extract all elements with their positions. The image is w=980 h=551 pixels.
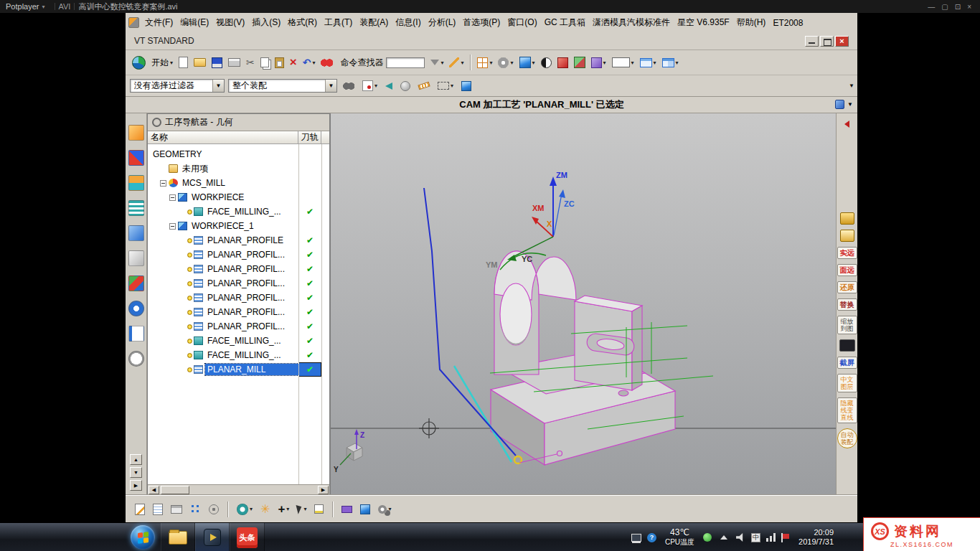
- scrollbar-thumb[interactable]: [161, 486, 189, 494]
- window-icon-button[interactable]: ▾: [638, 57, 659, 69]
- display-style-box-button[interactable]: ▾: [610, 56, 636, 69]
- nx-minimize-button[interactable]: [805, 36, 819, 47]
- macro-face-button[interactable]: 面远: [837, 264, 857, 276]
- menu-item[interactable]: 窗口(O): [504, 17, 540, 29]
- menu-item[interactable]: 分析(L): [425, 17, 460, 29]
- macro-replace-button[interactable]: 替换: [837, 298, 857, 311]
- tree-expander-icon[interactable]: [169, 223, 176, 230]
- assembly-navigator-tab[interactable]: [128, 125, 144, 141]
- scroll-right-icon[interactable]: ▶: [318, 486, 329, 494]
- back-arrow-icon-button[interactable]: [383, 81, 395, 91]
- macro-gold-icon[interactable]: [840, 212, 854, 225]
- macro-cn-layer-button[interactable]: 中文图层: [837, 374, 857, 392]
- scroll-left-icon[interactable]: ◀: [149, 486, 159, 494]
- chevron-down-icon[interactable]: ▾: [250, 506, 253, 512]
- chevron-down-icon[interactable]: ▾: [676, 60, 679, 66]
- taskbar-explorer-button[interactable]: [161, 523, 195, 551]
- modeling-tools-icon-button[interactable]: ▾: [496, 56, 515, 70]
- minimize-icon[interactable]: —: [928, 3, 935, 11]
- scroll-down-icon[interactable]: ▼: [130, 467, 142, 478]
- command-finder-field-button[interactable]: 命令查找器: [336, 55, 427, 70]
- find-binocular-icon-button[interactable]: [341, 81, 357, 91]
- snap-point-icon-button[interactable]: ▾: [360, 79, 380, 93]
- menu-item[interactable]: 文件(F): [141, 17, 176, 29]
- tree-row-FACE_MILLING_...[interactable]: FACE_MILLING_...✔: [148, 204, 329, 219]
- lasso-select-icon-button[interactable]: ▾: [435, 80, 456, 91]
- tree-row-PLANAR_PROFIL...[interactable]: PLANAR_PROFIL...✔: [148, 319, 329, 334]
- taskbar-clock[interactable]: 20:09 2019/7/31: [798, 528, 834, 547]
- ime-indicator-icon[interactable]: 中: [751, 533, 760, 542]
- assembly-purple-icon-button[interactable]: ▾: [589, 56, 608, 70]
- menu-item[interactable]: 视图(V): [212, 17, 248, 29]
- tree-row-FACE_MILLING_...[interactable]: FACE_MILLING_...✔: [148, 334, 329, 348]
- print-icon-button[interactable]: [226, 57, 242, 68]
- note-icon-button[interactable]: [312, 503, 326, 515]
- chevron-down-icon[interactable]: ▾: [510, 60, 513, 66]
- assembly-green-icon-button[interactable]: [572, 55, 588, 70]
- part-navigator-tab[interactable]: [128, 175, 144, 191]
- chevron-down-icon[interactable]: ▾: [532, 60, 535, 66]
- nx-restore-button[interactable]: [820, 36, 834, 47]
- start-menu-button-button[interactable]: 开始▾: [149, 55, 175, 70]
- macro-screenshot-button[interactable]: 截屏: [837, 357, 857, 369]
- menu-item[interactable]: 装配(A): [356, 17, 392, 29]
- menu-item[interactable]: 信息(I): [392, 17, 424, 29]
- start-button[interactable]: [131, 525, 155, 550]
- hd3d-tool-tab[interactable]: [128, 225, 144, 241]
- paste-icon-button[interactable]: [273, 56, 286, 70]
- action-center-flag-icon[interactable]: [781, 533, 790, 542]
- display-edit-icon-button[interactable]: [151, 502, 165, 517]
- system-info-tab[interactable]: [128, 301, 144, 316]
- undo-icon-button[interactable]: ▾: [301, 55, 318, 70]
- selection-sphere-icon-button[interactable]: [207, 503, 221, 516]
- tree-row-PLANAR_PROFIL...[interactable]: PLANAR_PROFIL...✔: [148, 248, 329, 262]
- tree-row-WORKPIECE[interactable]: WORKPIECE: [148, 190, 329, 204]
- point-plus-icon-button[interactable]: ▾: [275, 502, 291, 517]
- new-file-icon-button[interactable]: [176, 55, 190, 70]
- chevron-down-icon[interactable]: ▾: [388, 506, 391, 512]
- chevron-down-icon[interactable]: ▾: [440, 60, 443, 66]
- tree-row-PLANAR_PROFIL...[interactable]: PLANAR_PROFIL...✔: [148, 291, 329, 305]
- tree-row-WORKPIECE_1[interactable]: WORKPIECE_1: [148, 219, 329, 233]
- help-tray-icon[interactable]: ?: [647, 533, 656, 542]
- macro-auto-assembly-button[interactable]: 自动装配: [837, 428, 857, 448]
- tree-row-未用项[interactable]: 未用项: [148, 161, 329, 176]
- tree-expander-icon[interactable]: [160, 180, 166, 187]
- tree-row-FACE_MILLING_...[interactable]: FACE_MILLING_...✔: [148, 348, 329, 362]
- open-file-icon-button[interactable]: [192, 57, 208, 68]
- network-icon[interactable]: [766, 533, 776, 542]
- tree-row-PLANAR_PROFILE[interactable]: PLANAR_PROFILE✔: [148, 233, 329, 248]
- chevron-down-icon[interactable]: ▾: [489, 60, 492, 66]
- assembly-red-icon-button[interactable]: [555, 56, 570, 70]
- layer-tag-icon-button[interactable]: [339, 504, 354, 514]
- chevron-down-icon[interactable]: ▼: [847, 101, 853, 108]
- chevron-down-icon[interactable]: ▾: [312, 60, 315, 66]
- menu-item[interactable]: 格式(R): [284, 17, 321, 29]
- delete-icon-button[interactable]: [288, 55, 299, 70]
- tree-row-PLANAR_PROFIL...[interactable]: PLANAR_PROFIL...✔: [148, 276, 329, 291]
- nx-close-button[interactable]: ×: [835, 36, 849, 47]
- chevron-down-icon[interactable]: ▾: [303, 506, 306, 512]
- maximize-icon[interactable]: ▢: [941, 3, 948, 11]
- graphics-viewport[interactable]: ZM ZC XM X YC YM: [330, 113, 836, 495]
- shaded-cube-icon-button[interactable]: [459, 80, 473, 93]
- chevron-down-icon[interactable]: ▾: [286, 506, 289, 512]
- toolbar-overflow-icon[interactable]: ▼: [849, 83, 854, 89]
- chevron-down-icon[interactable]: ▾: [603, 60, 606, 66]
- menu-item[interactable]: 潇洒模具汽模标准件: [589, 17, 674, 29]
- history-clock-tab[interactable]: [128, 351, 144, 367]
- sphere-icon-button[interactable]: [398, 80, 413, 93]
- menu-item[interactable]: 编辑(E): [176, 17, 212, 29]
- cut-icon-button[interactable]: [244, 55, 257, 70]
- menu-item[interactable]: 帮助(H): [733, 17, 770, 29]
- tree-row-PLANAR_PROFIL...[interactable]: PLANAR_PROFIL...✔: [148, 305, 329, 319]
- snap-enable-icon-button[interactable]: [188, 502, 203, 516]
- macro-restore-button[interactable]: 还原: [837, 281, 857, 293]
- web-browser-tab[interactable]: [128, 250, 144, 266]
- chevron-down-icon[interactable]: ▾: [374, 83, 377, 89]
- taskbar-toutiao-button[interactable]: 头条: [230, 523, 265, 551]
- monitor-tray-icon[interactable]: [631, 534, 641, 542]
- menu-item[interactable]: 插入(S): [248, 17, 284, 29]
- layout-icon-button[interactable]: ▾: [660, 57, 681, 69]
- chevron-down-icon[interactable]: ▾: [631, 60, 634, 66]
